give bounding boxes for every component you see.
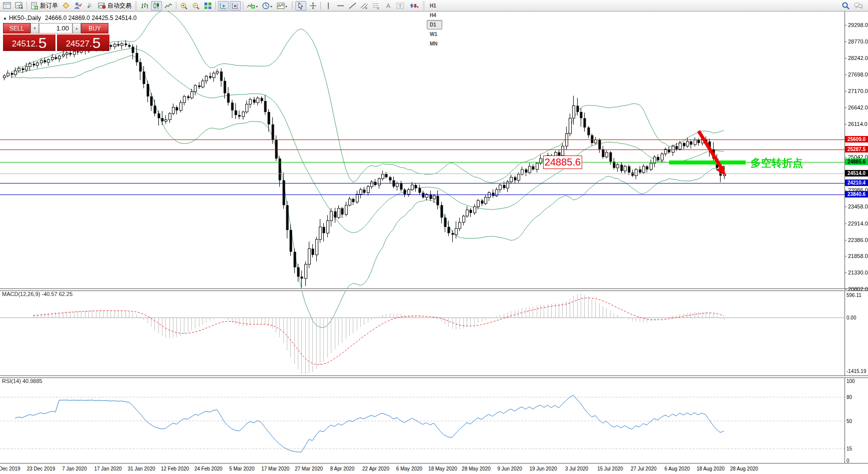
price-tick-label: 21858.0 [848, 253, 868, 259]
rsi-axis-label: 100 [847, 378, 855, 384]
price-tick-label: 27170.0 [848, 88, 868, 94]
volume-input[interactable] [39, 23, 72, 34]
buy-price-panel[interactable]: 24527. 5 [57, 34, 109, 51]
symbol-period-label: HK50-,Daily [9, 14, 41, 22]
date-label: 6 Aug 2020 [665, 466, 690, 472]
trendline-tool-icon[interactable] [347, 1, 358, 10]
chart-canvas[interactable] [0, 12, 845, 464]
pane-splitter-rsi[interactable] [0, 376, 868, 378]
signals-icon[interactable] [84, 1, 95, 10]
chat-icon[interactable] [853, 1, 865, 10]
date-label: 6 May 2020 [396, 466, 422, 472]
templates-button[interactable] [275, 1, 289, 10]
bar-chart-icon[interactable] [139, 1, 150, 10]
level-line[interactable] [0, 183, 845, 184]
horizontal-line-tool-icon[interactable] [335, 1, 346, 10]
pane-splitter-macd[interactable] [0, 288, 868, 291]
macd-axis-label: 596.11 [847, 292, 862, 298]
new-order-button[interactable]: 新订单 [29, 1, 59, 10]
autotrading-button[interactable]: 自动交易 [96, 1, 133, 10]
buy-button[interactable]: BUY [81, 23, 108, 34]
price-tag: 25609.0 [845, 136, 868, 142]
price-tick [845, 240, 847, 240]
down-arrow-annotation[interactable] [690, 125, 737, 182]
vertical-line-tool-icon[interactable] [323, 1, 334, 10]
level-line[interactable] [0, 194, 845, 195]
price-tick-label: 26114.0 [848, 121, 868, 127]
zoom-out-icon[interactable] [190, 1, 201, 10]
price-tick-label: 29298.0 [848, 22, 868, 28]
crosshair-icon[interactable] [307, 1, 318, 10]
price-tick [845, 190, 847, 190]
price-tick [845, 58, 847, 58]
price-tick-label: 26642.0 [848, 104, 868, 110]
candlestick-chart-icon[interactable] [151, 1, 162, 10]
price-tick [845, 108, 847, 108]
date-label: 27 Jul 2020 [631, 466, 657, 472]
price-tag: 24885.6 [845, 158, 868, 165]
label-tool-icon[interactable]: T [395, 1, 406, 10]
metaeditor-icon[interactable] [60, 1, 71, 10]
macd-axis-label: -1415.19 [847, 368, 866, 374]
price-tick [845, 42, 847, 42]
date-label: 17 Mar 2020 [261, 466, 289, 472]
market-icon[interactable] [72, 1, 83, 10]
date-label: 24 Feb 2020 [194, 466, 222, 472]
price-tick-label: 22386.0 [848, 237, 868, 243]
text-tool-icon[interactable]: A [383, 1, 394, 10]
price-tick [845, 224, 847, 224]
buy-price: 24527. [66, 38, 92, 50]
price-tick [845, 74, 847, 75]
volume-down-button[interactable]: ▼ [30, 23, 39, 34]
price-tag: 23840.6 [845, 191, 868, 198]
zoom-in-icon[interactable] [178, 1, 189, 10]
date-label: 27 Mar 2020 [295, 466, 323, 472]
price-tick-label: 23458.0 [848, 204, 868, 210]
rsi-axis-label: 80 [847, 394, 852, 400]
trend-note-text[interactable]: 多空转折点 [751, 156, 803, 170]
date-label: 18 May 2020 [428, 466, 457, 472]
price-tick [845, 206, 847, 207]
search-icon[interactable] [840, 1, 852, 10]
price-tick-label: 28770.0 [848, 38, 868, 44]
strategy-tester-icon[interactable] [13, 1, 24, 10]
channel-tool-icon[interactable]: E [359, 1, 370, 10]
svg-text:F: F [377, 6, 379, 10]
svg-text:T: T [399, 4, 402, 8]
sell-button[interactable]: SELL [3, 23, 30, 34]
svg-text:E: E [365, 6, 367, 10]
line-chart-icon[interactable] [163, 1, 174, 10]
autotrading-label: 自动交易 [107, 2, 131, 10]
ohlc-values: 24666.0 24869.0 24425.5 24514.0 [45, 14, 137, 22]
rsi-label: RSI(14) 40.9885 [2, 378, 42, 384]
market-watch-icon[interactable] [1, 1, 12, 10]
timeframe-h1[interactable]: H1 [427, 1, 442, 10]
chart-shift-icon[interactable] [230, 1, 241, 10]
tile-windows-icon[interactable] [202, 1, 213, 10]
date-label: 28 Aug 2020 [730, 466, 758, 472]
auto-scroll-icon[interactable] [218, 1, 229, 10]
price-tick-label: 21330.0 [848, 270, 868, 276]
sell-price-panel[interactable]: 24512. 5 [3, 34, 55, 51]
price-tick-label: 27698.0 [848, 72, 868, 78]
one-click-trade-panel: SELL ▼ ▲ BUY 24512. 5 24527. 5 [3, 23, 109, 51]
chart-header: ▲ HK50-,Daily 24666.0 24869.0 24425.5 24… [3, 14, 136, 22]
arrows-tool-button[interactable] [407, 1, 421, 10]
date-label: 28 May 2020 [462, 466, 491, 472]
price-tag: 25287.5 [845, 146, 868, 152]
volume-up-button[interactable]: ▲ [72, 23, 81, 34]
time-axis-line [0, 463, 868, 464]
periods-button[interactable] [260, 1, 274, 10]
collapse-panel-icon[interactable]: ▲ [3, 16, 7, 20]
cursor-icon[interactable] [295, 1, 306, 10]
date-label: 17 Jan 2020 [94, 466, 121, 472]
rsi-axis-label: 0 [847, 458, 850, 464]
indicators-add-button[interactable] [245, 1, 259, 10]
price-tick [845, 91, 847, 92]
fibonacci-tool-icon[interactable]: F [371, 1, 382, 10]
toolbar: 新订单 自动交易 [0, 0, 868, 12]
new-order-label: 新订单 [40, 2, 58, 10]
price-callout-box[interactable]: 24885.6 [543, 156, 582, 169]
sell-price: 24512. [12, 38, 38, 50]
date-label: 18 Aug 2020 [697, 466, 725, 472]
